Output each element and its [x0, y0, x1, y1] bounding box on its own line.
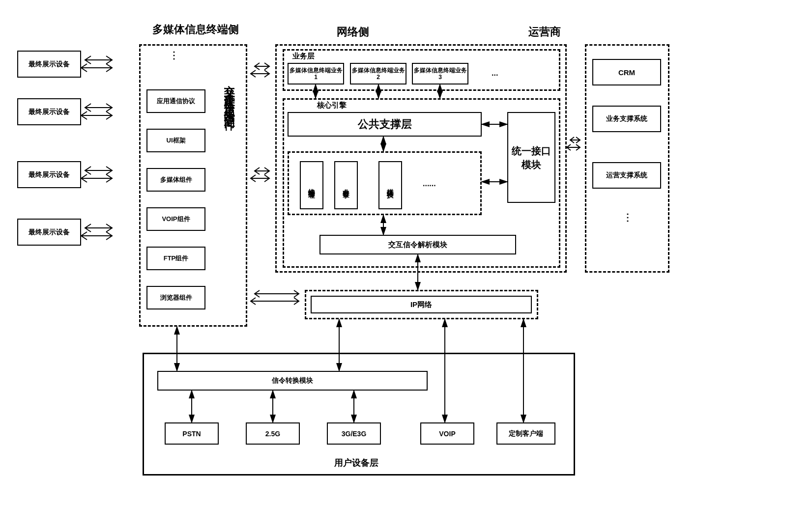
public-support-layer: 公共支撑层	[288, 112, 482, 137]
title-terminal-side: 多媒体信息终端侧	[152, 22, 239, 37]
service-3: 多媒体信息终端业务3	[412, 63, 468, 84]
service-more: ...	[492, 69, 498, 78]
media-convert: 媒体转换	[378, 161, 402, 209]
title-operator-side: 运营商	[528, 25, 561, 39]
component-protocol: 应用通信协议	[146, 89, 205, 113]
g25: 2.5G	[246, 422, 300, 445]
middleware-label: 交互式多媒体信息终端中间件	[222, 76, 237, 114]
component-ui: UI框架	[146, 129, 205, 152]
ip-network: IP网络	[311, 296, 532, 313]
terminal-ellipsis: ⋮	[168, 49, 180, 61]
operator-ops: 运营支撑系统	[592, 162, 661, 189]
service-1: 多媒体信息终端业务1	[288, 63, 344, 84]
title-network-side: 网络侧	[337, 25, 369, 39]
display-device-1: 最终展示设备	[17, 51, 81, 78]
display-device-2: 最终展示设备	[17, 98, 81, 125]
pstn: PSTN	[165, 422, 219, 445]
operator-biz: 业务支撑系统	[592, 106, 661, 132]
service-engine: 业务引擎	[334, 161, 358, 209]
modules-more: ......	[423, 179, 436, 188]
operator-crm: CRM	[592, 59, 661, 85]
display-device-4: 最终展示设备	[17, 219, 81, 246]
terminal-mgmt: 终端管理	[300, 161, 323, 209]
component-media: 多媒体组件	[146, 168, 205, 192]
signal-convert-module: 信令转换模块	[157, 371, 428, 391]
service-layer-label: 业务层	[292, 52, 315, 61]
component-browser: 浏览器组件	[146, 286, 205, 309]
user-device-layer-label: 用户设备层	[334, 457, 378, 469]
core-engine-label: 核心引擎	[317, 101, 347, 110]
g3: 3G/E3G	[327, 422, 381, 445]
unified-interface: 统一接口模块	[507, 112, 555, 203]
display-device-3: 最终展示设备	[17, 161, 81, 188]
component-voip: VOIP组件	[146, 207, 205, 231]
voip: VOIP	[420, 422, 474, 445]
custom-client: 定制客户端	[496, 422, 555, 445]
service-2: 多媒体信息终端业务2	[350, 63, 406, 84]
signal-parse-module: 交互信令解析模块	[319, 235, 516, 254]
operator-ellipsis: ⋮	[622, 211, 634, 223]
component-ftp: FTP组件	[146, 247, 205, 270]
